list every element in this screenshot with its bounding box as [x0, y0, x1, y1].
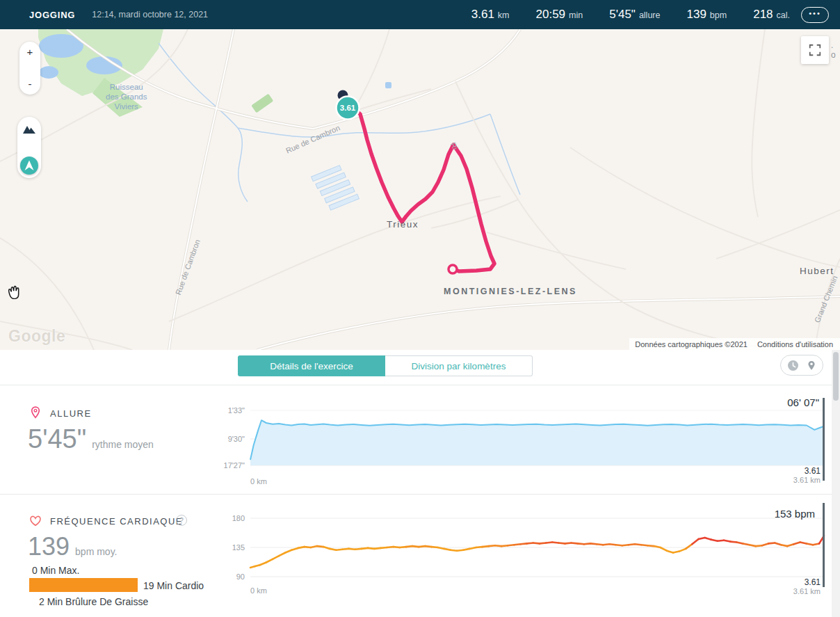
stat-distance-value: 3.61 [471, 8, 494, 22]
pace-ytick-0: 1'33" [203, 406, 245, 415]
map-label-trieux: Trieux [387, 219, 419, 230]
pace-xtick-start: 0 km [250, 477, 267, 486]
tab-kilometer-splits[interactable]: Division par kilomètres [385, 355, 533, 376]
map-canvas: 3.61 [0, 29, 840, 350]
hr-cursor-value: 153 bpm [732, 508, 815, 520]
activity-page: JOGGING 12:14, mardi octobre 12, 2021 3.… [0, 0, 840, 617]
hr-xtick-end: 3.61 km [765, 587, 821, 595]
pace-xtick-end: 3.61 km [765, 476, 821, 484]
map-pond [39, 66, 58, 79]
stat-pace: 5'45" allure [609, 8, 660, 22]
activity-header: JOGGING 12:14, mardi octobre 12, 2021 3.… [0, 0, 840, 29]
hr-ytick-2: 90 [203, 572, 245, 581]
activity-datetime: 12:14, mardi octobre 12, 2021 [92, 10, 208, 19]
tab-exercise-details[interactable]: Détails de l'exercice [238, 355, 385, 376]
map-label-montignies: MONTIGNIES-LEZ-LENS [444, 287, 577, 296]
hr-scrubber[interactable] [823, 503, 825, 587]
stat-duration-value: 20:59 [536, 8, 566, 22]
stat-heartrate-unit: bpm [710, 10, 727, 20]
hr-xtick-start: 0 km [250, 586, 267, 595]
fullscreen-button[interactable] [801, 36, 829, 64]
route-map[interactable]: 3.61 Ruisseau des Grands Viviers Rue de … [0, 29, 840, 350]
scrollbar-thumb[interactable] [833, 352, 839, 401]
hr-cursor-distance: 3.61 [765, 577, 821, 587]
svg-text:3.61: 3.61 [340, 104, 356, 112]
pace-scrubber[interactable] [823, 398, 825, 481]
google-logo: Google [8, 327, 65, 346]
stat-pace-unit: allure [639, 10, 661, 20]
terrain-icon[interactable] [22, 123, 37, 134]
summary-stats: 3.61 km 20:59 min 5'45" allure 139 bpm 2… [471, 8, 790, 22]
route-path [343, 95, 494, 271]
map-attribution: Données cartographiques ©2021 Conditions… [629, 338, 840, 350]
terms-of-use-link[interactable]: Conditions d'utilisation [757, 340, 833, 348]
stat-calories-value: 218 [753, 8, 773, 22]
zoom-in-button[interactable]: + [19, 47, 40, 57]
route-start-marker [449, 265, 457, 273]
stat-duration-unit: min [569, 10, 583, 20]
map-basins [312, 163, 360, 212]
stat-pace-value: 5'45" [609, 8, 636, 22]
distance-marker[interactable]: 3.61 [337, 97, 360, 120]
stat-heartrate: 139 bpm [686, 8, 727, 22]
stat-distance: 3.61 km [471, 8, 510, 22]
fullscreen-icon [808, 43, 822, 57]
pace-ytick-1: 9'30" [203, 435, 245, 443]
map-label-stream: Ruisseau des Grands Viviers [106, 82, 147, 111]
more-options-button[interactable]: ••• [801, 7, 829, 23]
stat-distance-unit: km [498, 10, 510, 20]
detail-tabbar: Détails de l'exercice Division par kilom… [0, 350, 840, 385]
map-zoom-control: + - [19, 42, 40, 95]
hr-gridlines [250, 518, 824, 577]
hr-ytick-1: 135 [203, 543, 245, 552]
map-data-copyright: Données cartographiques ©2021 [635, 340, 748, 348]
pace-cursor-value: 06' 07" [736, 396, 819, 408]
hr-line [250, 536, 824, 568]
pace-area-fill [250, 420, 824, 465]
recenter-route-button[interactable] [20, 157, 38, 175]
map-water-dot [385, 82, 391, 88]
activity-title: JOGGING [29, 10, 75, 20]
stat-calories-unit: cal. [777, 10, 790, 20]
map-main-roads [67, 29, 840, 350]
time-axis-icon[interactable] [787, 360, 799, 371]
map-label-edge-fragment: . o [831, 40, 840, 60]
zoom-out-button[interactable]: - [19, 79, 40, 89]
stat-heartrate-value: 139 [686, 8, 706, 22]
chart-axis-toggle [780, 355, 823, 376]
pace-chart[interactable] [0, 385, 840, 494]
distance-axis-icon[interactable] [807, 360, 816, 371]
pace-ytick-2: 17'27" [203, 461, 245, 470]
map-green-patch [251, 93, 273, 113]
map-layer-control [17, 117, 41, 178]
pace-cursor-distance: 3.61 [765, 466, 821, 476]
hr-chart[interactable] [0, 494, 840, 617]
map-road-casings [67, 29, 840, 350]
route-arrow-icon [23, 159, 35, 172]
hr-ytick-0: 180 [203, 514, 245, 522]
stat-duration: 20:59 min [536, 8, 583, 22]
stat-calories: 218 cal. [753, 8, 790, 22]
hand-cursor-icon [5, 281, 22, 299]
map-label-hubert: Hubert [800, 266, 834, 276]
